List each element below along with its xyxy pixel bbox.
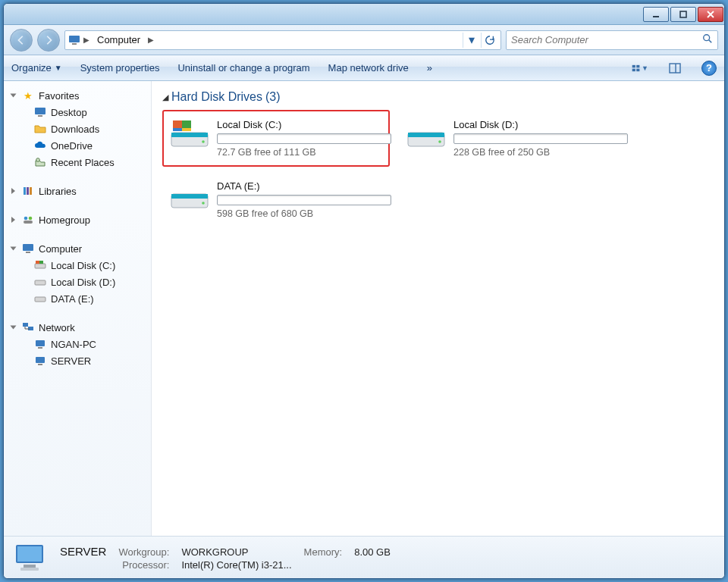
chevron-right-icon: ▶ — [83, 36, 89, 44]
status-memory-label: Memory: — [304, 546, 343, 558]
drive-card[interactable]: Local Disk (C:) 72.7 GB free of 111 GB — [162, 110, 390, 167]
favorites-group[interactable]: ★ Favorites — [4, 87, 151, 104]
map-network-drive-button[interactable]: Map network drive — [328, 62, 409, 74]
sidebar-item-label: NGAN-PC — [51, 339, 96, 350]
hard-drive-icon — [406, 119, 446, 151]
star-icon: ★ — [22, 89, 34, 102]
section-count: (3) — [265, 90, 281, 104]
toolbar: Organize ▼ System properties Uninstall o… — [4, 55, 724, 81]
computer-group[interactable]: Computer — [4, 240, 151, 257]
navigation-pane: ★ Favorites Desktop Downloads — [4, 81, 152, 536]
body: ★ Favorites Desktop Downloads — [4, 81, 724, 536]
refresh-button[interactable] — [481, 33, 497, 48]
collapse-icon: ◢ — [162, 92, 168, 102]
svg-rect-2 — [69, 36, 80, 42]
system-properties-button[interactable]: System properties — [80, 62, 160, 74]
address-bar[interactable]: ▶ Computer ▶ ▾ — [64, 30, 501, 50]
svg-rect-25 — [39, 261, 43, 264]
search-input[interactable] — [511, 34, 713, 45]
sidebar-item-onedrive[interactable]: OneDrive — [4, 137, 151, 154]
network-group[interactable]: Network — [4, 319, 151, 336]
maximize-button[interactable] — [670, 7, 696, 22]
sidebar-item-data-e[interactable]: DATA (E:) — [4, 290, 151, 307]
svg-rect-42 — [408, 133, 444, 137]
chevron-down-icon: ▼ — [642, 64, 648, 72]
svg-rect-17 — [30, 187, 32, 195]
svg-rect-0 — [653, 16, 659, 17]
svg-rect-48 — [17, 546, 42, 562]
preview-pane-button[interactable] — [667, 60, 683, 77]
section-header[interactable]: ◢ Hard Disk Drives (3) — [162, 87, 714, 110]
sidebar-item-recent-places[interactable]: Recent Places — [4, 154, 151, 171]
svg-rect-37 — [173, 120, 182, 128]
sidebar-item-desktop[interactable]: Desktop — [4, 104, 151, 120]
svg-point-19 — [29, 217, 33, 221]
drive-card[interactable]: Local Disk (D:) 228 GB free of 250 GB — [399, 110, 626, 167]
svg-rect-7 — [636, 64, 639, 67]
hard-drive-icon — [170, 180, 209, 212]
svg-rect-6 — [632, 64, 635, 67]
sidebar-item-ngan-pc[interactable]: NGAN-PC — [4, 336, 151, 352]
network-label: Network — [39, 322, 75, 333]
forward-button[interactable] — [37, 29, 60, 52]
more-actions-button[interactable]: » — [427, 62, 432, 74]
uninstall-program-button[interactable]: Uninstall or change a program — [177, 62, 309, 74]
sidebar-item-label: Recent Places — [51, 157, 115, 168]
drive-name: Local Disk (C:) — [217, 119, 391, 130]
svg-rect-35 — [171, 133, 208, 137]
svg-rect-40 — [182, 128, 191, 131]
pc-icon — [34, 338, 46, 350]
svg-point-46 — [202, 202, 205, 205]
search-icon — [702, 33, 713, 46]
svg-rect-30 — [36, 340, 45, 346]
sidebar-item-label: Local Disk (D:) — [51, 277, 115, 288]
svg-rect-26 — [35, 280, 46, 285]
search-box[interactable] — [506, 30, 718, 50]
sidebar-item-local-disk-c[interactable]: Local Disk (C:) — [4, 257, 151, 274]
drive-icon — [34, 276, 46, 288]
drive-name: Local Disk (D:) — [453, 119, 628, 130]
folder-icon — [34, 123, 46, 135]
sidebar-item-downloads[interactable]: Downloads — [4, 120, 151, 137]
svg-line-5 — [709, 40, 712, 43]
drive-card[interactable]: DATA (E:) 598 GB free of 680 GB — [162, 171, 390, 228]
organize-button[interactable]: Organize ▼ — [11, 62, 62, 74]
svg-rect-45 — [171, 194, 208, 199]
sidebar-item-server[interactable]: SERVER — [4, 352, 151, 369]
sidebar-item-local-disk-d[interactable]: Local Disk (D:) — [4, 274, 151, 290]
help-button[interactable]: ? — [701, 61, 717, 76]
computer-label: Computer — [39, 243, 82, 255]
svg-rect-24 — [36, 261, 39, 264]
address-history-button[interactable]: ▾ — [463, 33, 479, 48]
organize-label: Organize — [11, 62, 52, 74]
pc-icon — [34, 355, 46, 367]
svg-point-36 — [202, 140, 205, 143]
svg-point-43 — [438, 140, 441, 143]
close-button[interactable] — [698, 7, 723, 22]
capacity-bar — [453, 133, 628, 144]
breadcrumb-computer[interactable]: Computer — [93, 34, 145, 45]
svg-rect-16 — [27, 187, 29, 195]
minimize-button[interactable] — [643, 7, 669, 22]
libraries-label: Libraries — [39, 186, 77, 197]
drive-name: DATA (E:) — [217, 180, 391, 192]
homegroup-group[interactable]: Homegroup — [4, 211, 151, 228]
computer-icon — [22, 242, 34, 255]
drive-icon — [34, 259, 46, 271]
svg-rect-39 — [173, 128, 182, 131]
view-options-button[interactable]: ▼ — [632, 60, 648, 77]
chevron-right-icon: ▶ — [148, 36, 154, 44]
libraries-group[interactable]: Libraries — [4, 183, 151, 199]
homegroup-icon — [22, 214, 34, 226]
homegroup-label: Homegroup — [39, 214, 90, 226]
sidebar-item-label: Desktop — [51, 107, 87, 118]
drive-free-text: 228 GB free of 250 GB — [453, 147, 628, 158]
svg-rect-21 — [23, 244, 33, 251]
status-processor-value: Intel(R) Core(TM) i3-21... — [181, 559, 291, 571]
back-button[interactable] — [10, 29, 33, 52]
sidebar-item-label: Downloads — [51, 124, 99, 135]
cloud-icon — [34, 139, 46, 152]
titlebar — [4, 4, 724, 25]
svg-point-4 — [704, 35, 710, 41]
sidebar-item-label: DATA (E:) — [51, 293, 94, 305]
